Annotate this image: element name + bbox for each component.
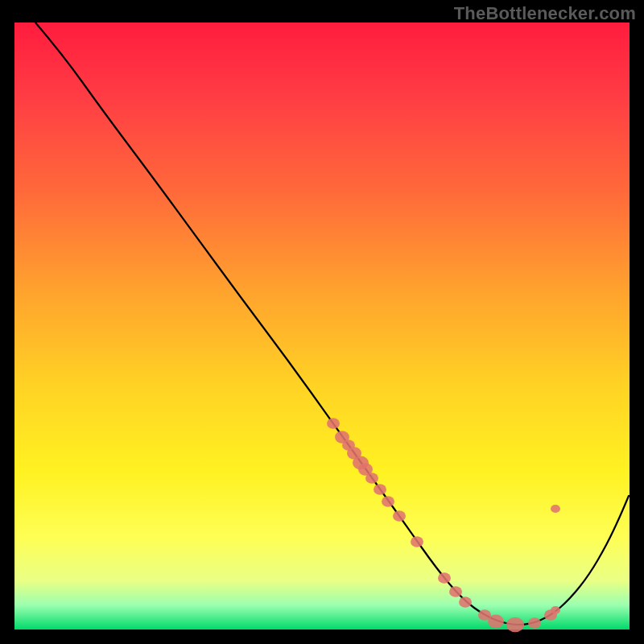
data-point	[449, 586, 462, 597]
plot-area	[14, 23, 630, 630]
watermark-label: TheBottlenecker.com	[454, 3, 636, 24]
chart-svg	[14, 23, 630, 630]
data-point	[551, 505, 560, 513]
data-point	[327, 418, 340, 429]
data-point	[411, 536, 423, 547]
data-point	[438, 572, 451, 584]
data-point	[528, 617, 541, 629]
scatter-dots	[327, 418, 560, 632]
data-point	[551, 606, 560, 614]
data-point	[365, 473, 378, 484]
data-point	[382, 496, 394, 507]
chart-frame: TheBottlenecker.com	[0, 0, 644, 644]
bottleneck-curve	[35, 23, 629, 625]
data-point	[393, 510, 406, 522]
data-point	[488, 615, 504, 629]
data-point	[506, 617, 524, 633]
data-point	[374, 484, 386, 495]
data-point	[459, 597, 472, 608]
